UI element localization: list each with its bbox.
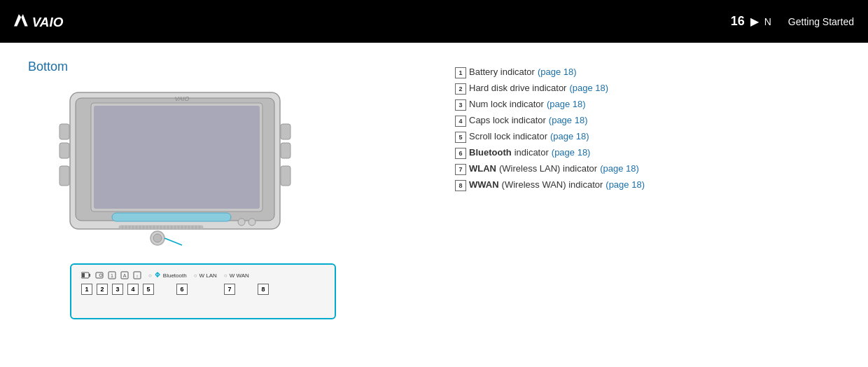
item-row-5: 5 Scroll lock indicator (page 18): [455, 131, 840, 143]
page-arrow: ▶: [750, 15, 759, 28]
item-6-bold: Bluetooth: [469, 147, 512, 158]
svg-rect-4: [94, 106, 260, 209]
right-side: 1 Battery indicator (page 18) 2 Hard dis…: [434, 60, 840, 319]
svg-rect-9: [281, 124, 290, 139]
page-number: 16: [731, 14, 745, 29]
item-6-link[interactable]: (page 18): [552, 147, 591, 158]
item-2-link[interactable]: (page 18): [569, 83, 608, 93]
item-num-box-3: 3: [455, 99, 466, 111]
item-row-6: 6 Bluetooth indicator (page 18): [455, 147, 840, 159]
svg-point-46: [99, 274, 102, 277]
item-num-box-5: 5: [455, 132, 466, 143]
indicator-num-8: 8: [258, 284, 269, 295]
svg-text:1: 1: [111, 273, 113, 278]
bluetooth-label: Bluetooth: [163, 272, 187, 279]
indicator-panel: 1 A ↕ ○ Bluetooth ○ W LAN: [70, 263, 336, 319]
chapter-label: N: [764, 16, 771, 27]
item-7-text: (Wireless LAN) indicator: [499, 163, 597, 174]
item-1-text: Battery indicator: [469, 67, 535, 77]
svg-text:A: A: [123, 273, 127, 278]
item-row-8: 8 WWAN (Wireless WAN) indicator (page 18…: [455, 179, 840, 191]
left-side: Bottom VAIO: [28, 60, 434, 319]
item-row-4: 4 Caps lock indicator (page 18): [455, 115, 840, 127]
main-content: Bottom VAIO: [0, 43, 868, 319]
item-row-1: 1 Battery indicator (page 18): [455, 67, 840, 78]
page-title-header: Getting Started: [788, 16, 854, 27]
indicator-num-6: 6: [176, 284, 188, 295]
svg-rect-6: [59, 124, 69, 139]
item-num-box-6: 6: [455, 148, 466, 159]
item-7-link[interactable]: (page 18): [600, 163, 639, 174]
indicator-num-2: 2: [97, 284, 108, 295]
item-6-text: indicator: [514, 147, 549, 158]
indicator-num-7: 7: [224, 284, 235, 295]
item-num-box-7: 7: [455, 164, 466, 175]
svg-rect-10: [281, 143, 290, 158]
vaio-logo: VAIO: [14, 11, 86, 32]
item-num-box-4: 4: [455, 116, 466, 127]
svg-rect-12: [112, 213, 231, 221]
item-1-link[interactable]: (page 18): [538, 67, 577, 77]
svg-rect-43: [89, 274, 90, 277]
item-5-link[interactable]: (page 18): [550, 131, 589, 141]
svg-point-40: [153, 234, 162, 242]
svg-rect-7: [59, 143, 69, 158]
indicator-numbers-row: 1 2 3 4 5 6 7 8: [78, 284, 328, 295]
section-title: Bottom: [28, 60, 434, 74]
wwan-label: W WAN: [230, 272, 249, 279]
logo-area: VAIO: [14, 11, 86, 32]
device-svg: VAIO: [35, 85, 315, 254]
svg-rect-8: [59, 166, 69, 186]
indicator-num-1: 1: [81, 284, 92, 295]
svg-point-13: [238, 219, 245, 226]
item-num-box-8: 8: [455, 180, 466, 191]
indicator-num-5: 5: [143, 284, 154, 295]
svg-line-41: [164, 238, 182, 245]
item-row-7: 7 WLAN (Wireless LAN) indicator (page 18…: [455, 163, 840, 175]
item-4-link[interactable]: (page 18): [549, 115, 588, 125]
item-5-text: Scroll lock indicator: [469, 131, 547, 141]
item-4-text: Caps lock indicator: [469, 115, 546, 125]
item-num-box-2: 2: [455, 83, 466, 95]
item-8-link[interactable]: (page 18): [606, 179, 645, 190]
item-7-bold: WLAN: [469, 163, 496, 174]
svg-rect-44: [82, 273, 85, 277]
item-2-text: Hard disk drive indicator: [469, 83, 566, 93]
indicator-num-3: 3: [112, 284, 123, 295]
item-3-text: Num lock indicator: [469, 99, 544, 109]
svg-text:VAIO: VAIO: [32, 15, 64, 29]
svg-rect-11: [281, 166, 290, 186]
item-8-text: (Wireless WAN) indicator: [502, 179, 603, 190]
page-info: 16 ▶ N Getting Started: [731, 14, 854, 29]
wlan-label: W LAN: [200, 272, 217, 279]
indicator-num-4: 4: [127, 284, 139, 295]
svg-text:VAIO: VAIO: [174, 95, 189, 102]
svg-point-14: [248, 219, 255, 226]
item-3-link[interactable]: (page 18): [547, 99, 586, 109]
item-8-bold: WWAN: [469, 179, 499, 190]
page-header: VAIO 16 ▶ N Getting Started: [0, 0, 868, 43]
item-row-2: 2 Hard disk drive indicator (page 18): [455, 83, 840, 95]
bottom-panel-wrapper: 1 A ↕ ○ Bluetooth ○ W LAN: [49, 263, 434, 319]
svg-text:↕: ↕: [136, 274, 139, 278]
device-illustration: VAIO: [35, 85, 329, 268]
item-num-box-1: 1: [455, 67, 466, 78]
item-row-3: 3 Num lock indicator (page 18): [455, 99, 840, 111]
